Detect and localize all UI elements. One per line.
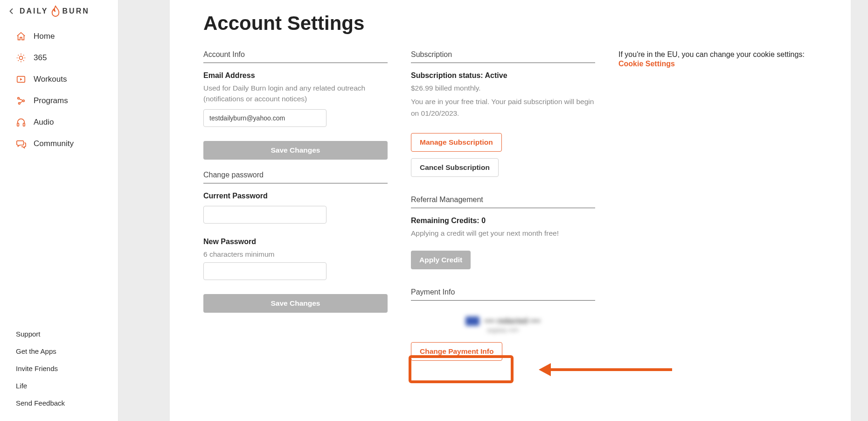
remaining-credits: Remaining Credits: 0 — [411, 217, 595, 225]
sidebar-item-label: Audio — [34, 118, 54, 127]
col-account: Account Info Email Address Used for Dail… — [203, 50, 388, 313]
section-referral: Referral Management — [411, 196, 595, 208]
credits-label: Remaining Credits: — [411, 217, 481, 225]
credit-help: Applying a credit will get your next mon… — [411, 228, 595, 239]
sidebar-item-label: Home — [34, 32, 55, 41]
manage-subscription-button[interactable]: Manage Subscription — [411, 133, 502, 152]
svg-point-3 — [23, 100, 25, 102]
annotation-arrow — [539, 363, 672, 376]
label-email: Email Address — [203, 71, 388, 80]
sidebar-item-programs[interactable]: Programs — [0, 90, 118, 112]
play-screen-icon — [16, 74, 26, 84]
nav: Home 365 Workouts Programs — [0, 24, 118, 156]
credit-card-icon — [465, 316, 479, 326]
col-subscription: Subscription Subscription status: Active… — [411, 50, 595, 361]
svg-point-0 — [19, 56, 22, 59]
svg-rect-6 — [23, 123, 25, 126]
annotation-highlight-box — [409, 355, 514, 383]
payment-details-blurred: •••• redacted •••• expires ••/•• — [411, 316, 595, 334]
sidebar-item-workouts[interactable]: Workouts — [0, 69, 118, 90]
section-payment: Payment Info — [411, 288, 595, 301]
arrow-head-icon — [539, 363, 551, 376]
section-change-password: Change password — [203, 171, 388, 183]
help-email: Used for Daily Burn login and any relate… — [203, 83, 388, 105]
current-password-input[interactable] — [203, 206, 326, 224]
section-subscription: Subscription — [411, 50, 595, 63]
sidebar-item-label: Workouts — [34, 75, 67, 84]
logo-row: DAILY BURN — [0, 2, 118, 24]
sidebar-item-audio[interactable]: Audio — [0, 112, 118, 133]
path-icon — [16, 96, 26, 106]
svg-rect-5 — [17, 123, 19, 126]
home-icon — [16, 31, 26, 42]
cancel-subscription-button[interactable]: Cancel Subscription — [411, 158, 499, 177]
col-eu-notice: If you're in the EU, you can change your… — [618, 50, 814, 68]
brand-right: BURN — [62, 7, 90, 15]
link-invite-friends[interactable]: Invite Friends — [16, 365, 102, 372]
svg-point-2 — [18, 98, 20, 99]
sidebar-item-home[interactable]: Home — [0, 26, 118, 47]
help-new-password: 6 characters minimum — [203, 249, 388, 260]
sidebar-item-label: Community — [34, 139, 74, 148]
link-life[interactable]: Life — [16, 382, 102, 390]
label-current-password: Current Password — [203, 192, 388, 200]
sidebar: DAILY BURN Home 365 — [0, 0, 118, 421]
back-arrow-icon[interactable] — [6, 6, 17, 17]
save-email-button[interactable]: Save Changes — [203, 141, 388, 160]
sidebar-item-label: 365 — [34, 53, 47, 63]
chat-icon — [16, 139, 26, 149]
link-get-apps[interactable]: Get the Apps — [16, 347, 102, 355]
trial-line: You are in your free trial. Your paid su… — [411, 96, 595, 119]
link-support[interactable]: Support — [16, 330, 102, 338]
apply-credit-button[interactable]: Apply Credit — [411, 251, 471, 269]
email-input[interactable] — [203, 109, 326, 127]
new-password-input[interactable] — [203, 262, 326, 280]
credits-value: 0 — [481, 217, 486, 225]
sidebar-item-365[interactable]: 365 — [0, 47, 118, 69]
flame-icon — [50, 5, 61, 17]
subscription-status-label: Subscription status: — [411, 71, 485, 79]
cookie-settings-link[interactable]: Cookie Settings — [618, 60, 814, 68]
page-title: Account Settings — [203, 12, 817, 35]
sidebar-item-label: Programs — [34, 96, 68, 105]
sidebar-item-community[interactable]: Community — [0, 133, 118, 154]
arrow-line — [551, 368, 672, 371]
headphones-icon — [16, 117, 26, 127]
save-password-button[interactable]: Save Changes — [203, 294, 388, 313]
subscription-status-value: Active — [485, 71, 507, 79]
link-send-feedback[interactable]: Send Feedback — [16, 399, 102, 407]
sidebar-bottom-links: Support Get the Apps Invite Friends Life… — [0, 330, 118, 421]
label-new-password: New Password — [203, 238, 388, 246]
sun-icon — [16, 53, 26, 63]
subscription-status: Subscription status: Active — [411, 71, 595, 80]
section-account-info: Account Info — [203, 50, 388, 63]
brand-left: DAILY — [20, 7, 49, 15]
eu-notice-text: If you're in the EU, you can change your… — [618, 50, 814, 59]
billing-line: $26.99 billed monthly. — [411, 83, 595, 94]
brand-logo[interactable]: DAILY BURN — [20, 5, 90, 17]
